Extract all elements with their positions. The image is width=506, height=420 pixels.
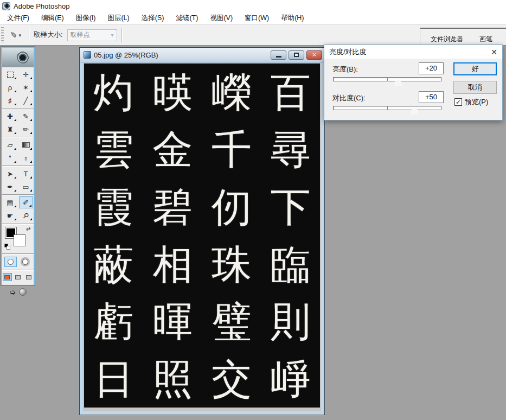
dodge-tool[interactable]: ♁ [19, 152, 33, 164]
menu-item[interactable]: 帮助(H) [275, 12, 310, 24]
dialog-close-icon[interactable]: ✕ [486, 48, 502, 56]
type-icon: T [24, 170, 28, 178]
gradient-icon [22, 142, 30, 148]
eyedropper-tool[interactable]: ✐ [19, 196, 33, 208]
imageready-icon[interactable] [19, 288, 27, 296]
calligraphy-character: 相 [143, 236, 202, 293]
slider-center-tick [387, 77, 388, 81]
notes-tool[interactable]: ▤ [3, 196, 17, 208]
menu-item[interactable]: 窗口(W) [239, 12, 275, 24]
magic-wand-tool[interactable]: ✶ [19, 81, 33, 93]
rectangular-marquee-tool[interactable] [3, 68, 17, 80]
menu-item[interactable]: 编辑(E) [35, 12, 70, 24]
photoshop-banner-icon[interactable] [2, 48, 34, 67]
brush-tool[interactable]: ✎ [19, 110, 33, 122]
divider [2, 108, 34, 109]
divider [2, 270, 34, 270]
pen-tool[interactable]: ✒ [3, 181, 17, 193]
options-bar-gripper[interactable] [1, 27, 4, 43]
photoshop-app-icon [2, 2, 10, 10]
blur-tool[interactable]: ❜ [3, 152, 17, 164]
preview-checkbox[interactable]: ✓ [454, 98, 462, 106]
type-tool[interactable]: T [19, 168, 33, 180]
chevron-down-icon: ▾ [19, 33, 22, 38]
lasso-icon: ρ [8, 84, 12, 92]
calligraphy-character: 臨 [261, 236, 320, 293]
dialog-titlebar[interactable]: 亮度/对比度 ✕ [324, 45, 502, 59]
minimize-button[interactable] [271, 50, 286, 60]
calligraphy-character: 虧 [84, 293, 143, 351]
color-swatch-area: ⇄ [2, 225, 34, 252]
move-tool[interactable]: ✛ [19, 68, 33, 80]
brightness-slider[interactable] [333, 76, 441, 86]
menu-item[interactable]: 文件(F) [1, 12, 35, 24]
standard-mode-button[interactable] [4, 257, 17, 267]
calligraphy-character: 百 [261, 63, 320, 121]
path-selection-tool[interactable]: ➤ [3, 168, 17, 180]
document-titlebar[interactable]: 05.jpg @ 25%(RGB) ✕ [80, 48, 324, 62]
gradient-tool[interactable] [19, 139, 33, 151]
menu-item[interactable]: 图层(L) [101, 12, 135, 24]
sample-size-dropdown[interactable]: 取样点 ▾ [67, 29, 117, 41]
calligraphy-character: 日 [84, 350, 143, 408]
brightness-input[interactable]: +20 [419, 62, 444, 74]
eraser-tool[interactable]: ▱ [3, 139, 17, 151]
shape-tool[interactable]: ▭ [19, 181, 33, 193]
healing-brush-tool[interactable]: ✚ [3, 110, 17, 122]
history-brush-tool[interactable]: ✏ [19, 123, 33, 135]
rectangular-marquee-icon [7, 72, 14, 78]
calligraphy-character: 暉 [143, 293, 202, 351]
document-title: 05.jpg @ 25%(RGB) [94, 51, 268, 59]
clone-stamp-icon: ♜ [7, 125, 14, 133]
slice-tool[interactable]: ╱ [19, 94, 33, 106]
crop-tool[interactable]: ♯ [3, 94, 17, 106]
standard-screen-mode-button[interactable] [3, 273, 12, 281]
clone-stamp-tool[interactable]: ♜ [3, 123, 17, 135]
quick-mask-icon [22, 259, 28, 265]
restore-button[interactable] [289, 50, 304, 60]
calligraphy-character: 千 [202, 121, 261, 179]
slice-icon: ╱ [24, 97, 28, 105]
dodge-icon: ♁ [23, 154, 29, 162]
notes-icon: ▤ [7, 199, 13, 207]
background-color-swatch[interactable] [14, 234, 25, 246]
healing-brush-icon: ✚ [7, 112, 13, 120]
mask-mode-buttons [2, 255, 34, 269]
tool-grid: ✛ρ✶♯╱✚✎♜✏▱❜♁➤T✒▭▤✐☛⚲ [2, 67, 34, 222]
fullscreen-icon [26, 275, 31, 279]
move-icon: ✛ [23, 71, 29, 79]
fullscreen-with-menu-button[interactable] [14, 273, 23, 281]
contrast-input[interactable]: +50 [419, 91, 444, 103]
quick-mask-mode-button[interactable] [19, 257, 31, 267]
calligraphy-character: 金 [143, 121, 202, 179]
menu-item[interactable]: 选择(S) [136, 12, 170, 24]
calligraphy-character: 仞 [202, 178, 261, 236]
close-icon: ✕ [311, 51, 317, 59]
menu-item[interactable]: 视图(V) [204, 12, 239, 24]
menu-item[interactable]: 滤镜(T) [170, 12, 204, 24]
jump-arrow-icon[interactable]: ➭ [9, 288, 16, 296]
image-canvas[interactable]: 灼暎嶸百雲金千尋霞碧仞下蔽相珠臨虧暉璧則日照交崢 [84, 63, 320, 408]
shape-icon: ▭ [22, 183, 29, 191]
tab-brushes[interactable]: 画笔 [475, 33, 503, 46]
history-brush-icon: ✏ [23, 125, 29, 133]
calligraphy-character: 下 [261, 178, 320, 236]
restore-icon [294, 53, 299, 57]
ok-button[interactable]: 好 [453, 62, 497, 75]
current-tool-button[interactable]: ✐ ▾ [7, 29, 24, 41]
lasso-tool[interactable]: ρ [3, 81, 17, 93]
default-colors-icon[interactable] [4, 244, 10, 250]
menu-item[interactable]: 图像(I) [70, 12, 102, 24]
tab-file-browser[interactable]: 文件浏览器 [426, 33, 474, 46]
hand-tool[interactable]: ☛ [3, 209, 17, 221]
fullscreen-mode-button[interactable] [24, 273, 34, 281]
switch-colors-icon[interactable]: ⇄ [26, 226, 30, 232]
menu-bar: 文件(F)编辑(E)图像(I)图层(L)选择(S)滤镜(T)视图(V)窗口(W)… [0, 12, 506, 24]
app-title: Adobe Photoshop [14, 2, 69, 10]
zoom-tool[interactable]: ⚲ [19, 209, 33, 221]
photoshop-app: Adobe Photoshop 文件(F)编辑(E)图像(I)图层(L)选择(S… [0, 0, 506, 420]
close-button[interactable]: ✕ [306, 50, 322, 60]
contrast-slider[interactable] [333, 105, 441, 114]
calligraphy-character: 璧 [202, 293, 261, 351]
cancel-button[interactable]: 取消 [453, 81, 497, 94]
